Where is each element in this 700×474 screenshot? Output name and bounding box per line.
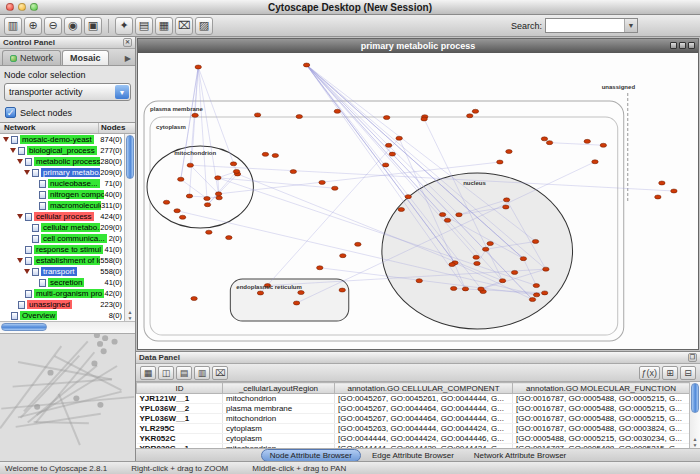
graph-node[interactable] — [439, 213, 445, 217]
tree-row[interactable]: unassigned223(0) — [0, 299, 135, 310]
graph-node[interactable] — [215, 192, 221, 196]
graph-node[interactable] — [272, 153, 278, 157]
graph-node[interactable] — [178, 177, 184, 181]
graph-node[interactable] — [216, 196, 222, 200]
table-scrollbar-thumb[interactable] — [691, 383, 699, 413]
frame-minimize-icon[interactable] — [670, 42, 677, 49]
tree-row[interactable]: cellular metabo...209(0) — [0, 222, 135, 233]
zoom-in-button[interactable]: ⊕ — [24, 17, 42, 35]
tree-row[interactable]: metabolic process280(0) — [0, 156, 135, 167]
graph-node[interactable] — [293, 301, 299, 305]
graph-node[interactable] — [382, 163, 388, 167]
data-panel-float-icon[interactable]: ❐ — [688, 353, 697, 362]
graph-node[interactable] — [546, 141, 552, 145]
graph-node[interactable] — [339, 288, 345, 292]
expander-icon[interactable] — [17, 214, 23, 219]
table-row[interactable]: YPL036W__1mitochondrion[GO:0045267, GO:0… — [137, 414, 690, 424]
tree-column-nodes[interactable]: Nodes — [99, 123, 135, 133]
graph-node[interactable] — [541, 291, 547, 295]
column-header[interactable]: _cellularLayoutRegion — [223, 383, 335, 394]
unselect-attributes-button[interactable]: ◫ — [158, 366, 174, 380]
tab-scroll-right-icon[interactable]: ▶ — [125, 54, 133, 65]
graph-node[interactable] — [543, 267, 549, 271]
import-attributes-button[interactable]: ⊟ — [680, 366, 696, 380]
graph-node[interactable] — [226, 236, 232, 240]
graph-node[interactable] — [659, 181, 665, 185]
delete-row-button[interactable]: ⌧ — [212, 366, 228, 380]
graph-node[interactable] — [482, 247, 488, 251]
tree-row[interactable]: mosaic-demo-yeast874(0) — [0, 134, 135, 145]
graph-node[interactable] — [584, 139, 590, 143]
birdseye-overview[interactable] — [0, 333, 135, 461]
graph-edge[interactable] — [260, 138, 399, 293]
graph-node[interactable] — [319, 180, 325, 184]
tree-horizontal-scrollbar[interactable] — [0, 321, 135, 333]
graph-node[interactable] — [503, 198, 509, 202]
tree-row[interactable]: multi-organism pro42(0) — [0, 288, 135, 299]
graph-node[interactable] — [497, 160, 503, 164]
column-header[interactable]: ID — [137, 383, 223, 394]
graph-node[interactable] — [398, 207, 404, 211]
table-row[interactable]: YDR039C__1mitochondrion[GO:0044444, GO:0… — [137, 444, 690, 449]
graph-node[interactable] — [332, 186, 338, 190]
graph-node[interactable] — [472, 109, 478, 113]
tree-row[interactable]: establishment of lo558(0) — [0, 255, 135, 266]
graph-node[interactable] — [532, 239, 538, 243]
zoom-fit-button[interactable]: ▣ — [84, 17, 102, 35]
graph-node[interactable] — [396, 136, 402, 140]
graph-node[interactable] — [230, 162, 236, 166]
minimize-window-button[interactable] — [18, 3, 26, 11]
graph-node[interactable] — [487, 242, 493, 246]
graph-node[interactable] — [389, 152, 395, 156]
graph-node[interactable] — [506, 150, 512, 154]
control-panel-close-icon[interactable]: ✕ — [123, 38, 132, 47]
select-attributes-button[interactable]: ▦ — [140, 366, 156, 380]
graph-node[interactable] — [179, 215, 185, 219]
expander-icon[interactable] — [10, 148, 16, 153]
graph-node[interactable] — [317, 266, 323, 270]
tab-network[interactable]: Network — [2, 50, 61, 65]
tree-scrollbar-thumb[interactable] — [126, 135, 134, 179]
graph-node[interactable] — [174, 209, 180, 213]
zoom-window-button[interactable] — [30, 3, 38, 11]
graph-node[interactable] — [206, 230, 212, 234]
graph-node[interactable] — [385, 143, 391, 147]
tree-row[interactable]: secretion41(0) — [0, 277, 135, 288]
graph-node[interactable] — [290, 170, 296, 174]
graph-node[interactable] — [499, 279, 505, 283]
function-builder-button[interactable]: ƒ(x) — [639, 366, 661, 380]
expander-icon[interactable] — [17, 258, 23, 263]
graph-node[interactable] — [204, 197, 210, 201]
open-folder-button[interactable]: ⊞ — [662, 366, 678, 380]
graph-node[interactable] — [529, 298, 535, 302]
graph-node[interactable] — [450, 286, 456, 290]
graph-node[interactable] — [254, 113, 260, 117]
tree-row[interactable]: macromolecule...311(0) — [0, 200, 135, 211]
new-network-button[interactable]: ▦ — [155, 17, 173, 35]
graph-node[interactable] — [298, 291, 304, 295]
graph-node[interactable] — [262, 152, 268, 156]
graph-edge[interactable] — [307, 65, 448, 220]
graph-node[interactable] — [671, 189, 677, 193]
table-row[interactable]: YPL036W__2plasma membrane[GO:0045267, GO… — [137, 404, 690, 414]
new-attribute-button[interactable]: ▤ — [176, 366, 192, 380]
network-frame-title[interactable]: primary metabolic process — [138, 39, 698, 53]
graph-node[interactable] — [533, 293, 539, 297]
graph-node[interactable] — [456, 213, 462, 217]
tree-row[interactable]: Overview8(0) — [0, 310, 135, 321]
graph-node[interactable] — [233, 169, 239, 173]
search-dropdown-button[interactable]: ▼ — [624, 19, 637, 32]
graph-node[interactable] — [600, 143, 606, 147]
graph-node[interactable] — [355, 242, 361, 246]
graph-node[interactable] — [334, 109, 340, 113]
graph-node[interactable] — [421, 117, 427, 121]
search-input[interactable] — [546, 19, 624, 32]
tree-row[interactable]: nitrogen compo...40(0) — [0, 189, 135, 200]
frame-maximize-icon[interactable] — [679, 42, 686, 49]
graph-node[interactable] — [474, 261, 480, 265]
table-scrollbar-arrows[interactable]: ▲▼ — [690, 436, 700, 448]
tab-mosaic[interactable]: Mosaic — [62, 50, 109, 65]
zoom-selected-button[interactable]: ◉ — [64, 17, 82, 35]
graph-node[interactable] — [257, 291, 263, 295]
graph-node[interactable] — [592, 160, 598, 164]
